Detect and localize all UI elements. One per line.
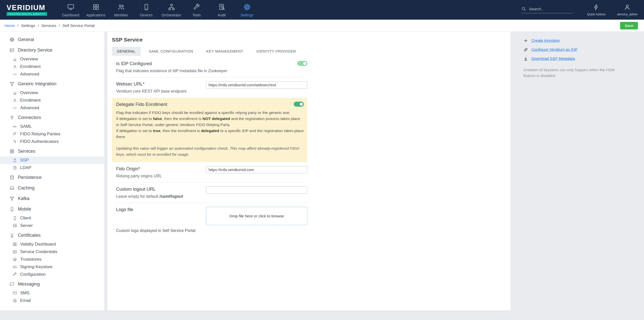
create-keystore-action[interactable]: Create Keystore	[523, 38, 640, 43]
nav-item-orchestrator[interactable]: Orchestrator	[159, 0, 184, 20]
sidebar-item-mobile[interactable]: Mobile	[0, 204, 104, 214]
sidebar-item-ds-overview[interactable]: Overview	[0, 55, 104, 63]
configure-veridium-idp-action[interactable]: Configure Veridium as IDP	[523, 47, 640, 52]
sidebar-item-persistence[interactable]: Persistence	[0, 173, 104, 182]
at-icon	[13, 298, 17, 303]
websec-url-input[interactable]	[206, 81, 307, 89]
settings-gear-icon	[243, 3, 251, 11]
sidebar-item-services[interactable]: Services	[0, 146, 104, 156]
breadcrumb-current: Self Service Portal	[62, 23, 95, 28]
brand-tagline: TRUSTED DIGITAL IDENTITY	[7, 12, 47, 16]
page-title: SSP Service	[112, 37, 511, 43]
link-icon	[523, 47, 528, 52]
book-icon	[13, 166, 17, 170]
breadcrumb-separator: /	[17, 23, 18, 28]
server-icon	[13, 223, 17, 228]
phone-icon	[9, 207, 15, 212]
sidebar-item-gi-advanced[interactable]: Advanced	[0, 104, 104, 112]
username-label: aencica_admin	[617, 13, 637, 16]
person-icon	[13, 98, 17, 103]
sidebar-item-saml[interactable]: SAML	[0, 123, 104, 130]
sidebar-item-ldap[interactable]: LDAP	[0, 164, 104, 172]
sidebar-item-messaging[interactable]: Messaging	[0, 279, 104, 289]
field-description: Veridium core REST API base endpoint	[116, 89, 186, 94]
sidebar-item-truststores[interactable]: Truststores	[0, 256, 104, 263]
sidebar-item-configuration[interactable]: Configuration	[0, 271, 104, 278]
applications-grid-icon	[92, 3, 100, 11]
sidebar-item-fido-relying-parties[interactable]: FIDO Relying Parties	[0, 130, 104, 138]
sidebar-item-ds-enrollment[interactable]: Enrollment	[0, 63, 104, 70]
field-custom-logout-url: Custom logout URL Leave empty for defaul…	[116, 186, 307, 199]
tab-saml-configuration[interactable]: SAML CONFIGURATION	[144, 47, 198, 56]
veridium-logo[interactable]: VERIDIUM TRUSTED DIGITAL IDENTITY	[7, 4, 47, 16]
sidebar-item-directory-service[interactable]: Directory Service	[0, 45, 104, 55]
fido-origin-input[interactable]	[206, 166, 307, 173]
sidebar-item-client[interactable]: Client	[0, 214, 104, 222]
quick-actions-icon	[593, 4, 600, 11]
breadcrumb-bar: Home / Settings / Services / Self Servic…	[0, 20, 644, 32]
nav-item-tools[interactable]: Tools	[184, 0, 209, 20]
nav-item-applications[interactable]: Applications	[83, 0, 109, 20]
sidebar-item-gi-enrollment[interactable]: Enrollment	[0, 97, 104, 104]
keyboard-icon	[13, 265, 17, 269]
sidebar-item-service-credentials[interactable]: Service Credentials	[0, 248, 104, 256]
delegate-fido-enrollment-toggle[interactable]	[294, 102, 304, 107]
tab-identity-provider[interactable]: IDENTITY PROVIDER	[251, 47, 301, 56]
global-search[interactable]	[521, 6, 573, 13]
search-input[interactable]	[529, 7, 573, 11]
sidebar-item-caching[interactable]: Caching	[0, 183, 104, 193]
nav-item-identities[interactable]: Identities	[109, 0, 134, 20]
sidebar-item-ssp[interactable]: SSP	[0, 156, 104, 164]
phone-icon	[13, 216, 17, 220]
nav-item-settings[interactable]: Settings	[234, 0, 260, 20]
sidebar-item-signing-keystore[interactable]: Signing Keystore	[0, 263, 104, 271]
grid-icon	[13, 242, 17, 247]
user-menu[interactable]: aencica_admin	[617, 4, 637, 16]
sidebar-item-connectors[interactable]: Connectors	[0, 113, 104, 122]
field-description: Relying party origins URL	[116, 174, 162, 179]
sidebar-item-generic-integration[interactable]: Generic Integration	[0, 79, 104, 89]
breadcrumb-services[interactable]: Services	[41, 23, 56, 28]
message-icon	[13, 291, 17, 295]
sidebar-item-sms[interactable]: SMS	[0, 289, 104, 297]
dashboard-monitor-icon	[67, 3, 75, 11]
certificate-icon	[9, 233, 15, 238]
sidebar-item-validity-dashboard[interactable]: Validity Dashboard	[0, 241, 104, 248]
sidebar-item-fido-authenticators[interactable]: FIDO Authenticators	[0, 138, 104, 145]
plug-icon	[9, 115, 15, 120]
keystore-actions-panel: Create Keystore Configure Veridium as ID…	[523, 32, 640, 79]
nav-item-devices[interactable]: Devices	[134, 0, 159, 20]
breadcrumb-settings[interactable]: Settings	[21, 23, 35, 28]
breadcrumb-separator: /	[59, 23, 60, 28]
nav-item-audit[interactable]: Audit	[209, 0, 234, 20]
save-button[interactable]: Save	[620, 22, 638, 29]
sidebar-item-general[interactable]: General	[0, 35, 104, 44]
brand-name: VERIDIUM	[7, 4, 47, 11]
breadcrumb-home[interactable]: Home	[5, 23, 15, 28]
tab-key-management[interactable]: KEY MANAGEMENT	[201, 47, 248, 56]
sidebar-item-gi-overview[interactable]: Overview	[0, 89, 104, 97]
orchestrator-flow-icon	[168, 3, 175, 11]
quick-actions-button[interactable]: Quick Actions	[587, 4, 606, 16]
sidebar-item-certificates[interactable]: Certificates	[0, 230, 104, 240]
is-idp-configured-toggle[interactable]	[297, 61, 307, 66]
sidebar-item-ds-advanced[interactable]: Advanced	[0, 70, 104, 78]
tab-general[interactable]: GENERAL	[112, 47, 141, 56]
custom-logout-url-input[interactable]	[206, 186, 307, 194]
grid-icon	[9, 149, 15, 154]
sidebar-item-kafka[interactable]: Kafka	[0, 194, 104, 203]
field-websec-url: Websec URL* Veridium core REST API base …	[116, 81, 307, 94]
field-label: Websec URL*	[116, 81, 186, 87]
audit-document-icon	[218, 3, 226, 11]
network-nodes-icon	[9, 81, 15, 87]
field-label: Is IDP Configured	[116, 61, 227, 66]
download-ssp-metadata-action[interactable]: Download SSP Metadata	[523, 56, 640, 61]
content-area: General Directory Service Overview Enrol…	[0, 32, 644, 310]
field-fido-origin: Fido Origin* Relying party origins URL	[116, 166, 307, 179]
sidebar-item-server[interactable]: Server	[0, 222, 104, 229]
logo-dropzone[interactable]: Drop file here or click to browse	[206, 207, 307, 225]
nav-item-dashboard[interactable]: Dashboard	[58, 0, 83, 20]
field-is-idp-configured: Is IDP Configured Flag that indicates ex…	[116, 61, 307, 73]
sidebar-item-email[interactable]: Email	[0, 297, 104, 304]
database-icon	[9, 175, 15, 180]
